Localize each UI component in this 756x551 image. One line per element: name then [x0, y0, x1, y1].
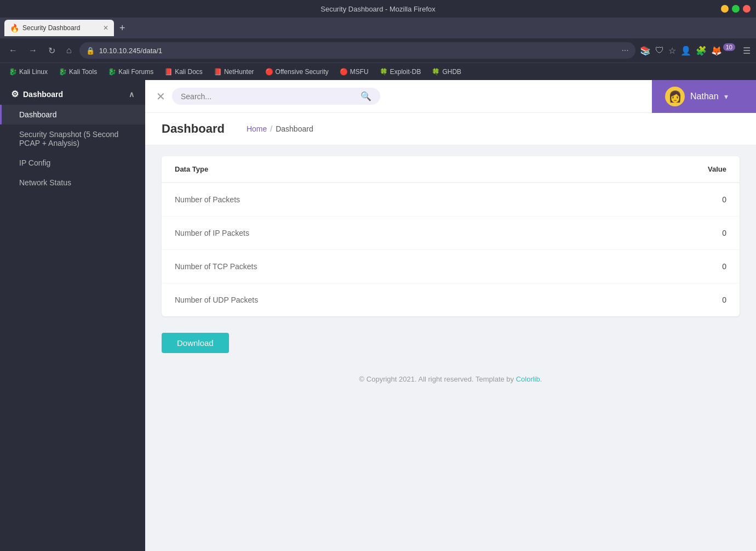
url-bar[interactable]: 🔒 10.10.10.245/data/1 ···	[79, 42, 635, 59]
tab-label: Security Dashboard	[22, 24, 80, 32]
star-icon[interactable]: ☆	[668, 46, 676, 56]
cell-label: Number of Packets	[162, 183, 572, 217]
bookmark-label: GHDB	[442, 68, 461, 76]
cell-value: 0	[572, 250, 740, 283]
bookmarks-bar: 🐉 Kali Linux 🐉 Kali Tools 🐉 Kali Forums …	[0, 63, 756, 80]
firefox-icon[interactable]: 🦊	[711, 46, 722, 56]
sidebar-item-network-status[interactable]: Network Status	[0, 173, 145, 192]
security-icon: 🔒	[86, 47, 95, 55]
top-search-bar: ✕ 🔍 👩 Nathan ▾	[145, 80, 756, 113]
user-name: Nathan	[690, 92, 719, 101]
sidebar-section-header: ⚙ Dashboard ∧	[0, 80, 145, 105]
bookmark-label: MSFU	[350, 68, 369, 76]
app-container: ⚙ Dashboard ∧ Dashboard Security Snapsho…	[0, 80, 756, 551]
page-body: Dashboard Home / Dashboard Data Type Val…	[145, 113, 756, 551]
close-button[interactable]	[743, 5, 751, 13]
cell-label: Number of TCP Packets	[162, 250, 572, 283]
user-area[interactable]: 👩 Nathan ▾	[652, 80, 756, 113]
nethunter-icon: 📕	[214, 68, 222, 76]
new-tab-button[interactable]: +	[116, 22, 129, 34]
address-bar-row: ← → ↻ ⌂ 🔒 10.10.10.245/data/1 ··· 📚 🛡 ☆ …	[0, 38, 756, 63]
data-card: Data Type Value Number of Packets 0 Numb…	[162, 156, 740, 316]
browser-titlebar: Security Dashboard - Mozilla Firefox	[0, 0, 756, 18]
exploit-db-icon: 🍀	[380, 68, 388, 76]
cell-value: 0	[572, 183, 740, 217]
download-button-wrap: Download	[145, 327, 756, 364]
search-input[interactable]	[181, 92, 356, 101]
pocket-icon[interactable]: 🛡	[655, 46, 664, 55]
bookmark-msfu[interactable]: 🔴 MSFU	[335, 67, 373, 77]
notification-badge: 10	[723, 43, 735, 51]
back-button[interactable]: ←	[5, 43, 21, 58]
breadcrumb-current: Dashboard	[276, 124, 313, 133]
breadcrumb-home[interactable]: Home	[247, 124, 267, 133]
active-tab[interactable]: 🔥 Security Dashboard ✕	[4, 20, 114, 36]
dashboard-icon: ⚙	[11, 89, 19, 99]
extensions-icon[interactable]: 🧩	[696, 46, 707, 56]
reload-button[interactable]: ↻	[45, 43, 59, 58]
breadcrumb-separator: /	[270, 124, 272, 133]
bookmark-label: NetHunter	[224, 68, 254, 76]
avatar-emoji: 👩	[668, 90, 682, 103]
bookmarks-icon[interactable]: 📚	[640, 46, 651, 56]
bookmark-exploit-db[interactable]: 🍀 Exploit-DB	[375, 67, 426, 77]
bookmark-kali-docs[interactable]: 📕 Kali Docs	[160, 67, 207, 77]
bookmark-label: Kali Docs	[175, 68, 203, 76]
offensive-security-icon: 🔴	[265, 68, 273, 76]
table-row: Number of IP Packets 0	[162, 217, 740, 250]
col-header-type: Data Type	[162, 156, 572, 183]
page-title: Dashboard	[162, 122, 225, 136]
data-table: Data Type Value Number of Packets 0 Numb…	[162, 156, 740, 316]
sidebar-item-label: Dashboard	[19, 110, 57, 119]
page-header: Dashboard Home / Dashboard	[145, 113, 756, 145]
colorlib-link[interactable]: Colorlib	[516, 375, 540, 383]
browser-tab-bar: 🔥 Security Dashboard ✕ +	[0, 18, 756, 38]
bookmark-label: Kali Linux	[19, 68, 48, 76]
col-header-value: Value	[572, 156, 740, 183]
browser-title: Security Dashboard - Mozilla Firefox	[320, 5, 436, 13]
bookmark-label: Offensive Security	[276, 68, 329, 76]
bookmark-label: Exploit-DB	[390, 68, 421, 76]
bookmark-nethunter[interactable]: 📕 NetHunter	[209, 67, 259, 77]
sidebar-item-ip-config[interactable]: IP Config	[0, 153, 145, 173]
search-icon: 🔍	[360, 91, 371, 101]
breadcrumb: Home / Dashboard	[247, 124, 313, 133]
download-button[interactable]: Download	[162, 333, 229, 353]
sidebar-item-dashboard[interactable]: Dashboard	[0, 105, 145, 124]
sidebar-item-label: IP Config	[19, 158, 50, 167]
kali-linux-icon: 🐉	[9, 68, 17, 76]
kali-forums-icon: 🐉	[108, 68, 116, 76]
kali-docs-icon: 📕	[164, 68, 173, 76]
toolbar-icons: 📚 🛡 ☆ 👤 🧩 🦊 10 ☰	[640, 46, 751, 56]
ghdb-icon: 🍀	[432, 68, 440, 76]
footer: © Copyright 2021. All right reserved. Te…	[145, 364, 756, 394]
cell-label: Number of IP Packets	[162, 217, 572, 250]
cell-value: 0	[572, 217, 740, 250]
msfu-icon: 🔴	[340, 68, 348, 76]
chevron-down-icon: ▾	[724, 92, 728, 101]
window-controls	[721, 5, 751, 13]
collapse-icon[interactable]: ∧	[129, 90, 134, 99]
cell-label: Number of UDP Packets	[162, 283, 572, 317]
minimize-button[interactable]	[721, 5, 729, 13]
table-row: Number of UDP Packets 0	[162, 283, 740, 317]
maximize-button[interactable]	[732, 5, 740, 13]
tab-close-icon[interactable]: ✕	[103, 24, 108, 32]
forward-button[interactable]: →	[25, 43, 41, 58]
search-input-wrap: 🔍	[172, 88, 380, 105]
sidebar-item-label: Network Status	[19, 178, 71, 187]
sidebar-item-security-snapshot[interactable]: Security Snapshot (5 Second PCAP + Analy…	[0, 124, 145, 153]
bookmark-ghdb[interactable]: 🍀 GHDB	[427, 67, 466, 77]
kali-tools-icon: 🐉	[59, 68, 67, 76]
home-button[interactable]: ⌂	[63, 43, 75, 58]
bookmark-kali-tools[interactable]: 🐉 Kali Tools	[54, 67, 101, 77]
bookmark-offensive-security[interactable]: 🔴 Offensive Security	[261, 67, 333, 77]
bookmark-kali-linux[interactable]: 🐉 Kali Linux	[4, 67, 52, 77]
more-options-icon[interactable]: ···	[621, 46, 628, 55]
profile-icon[interactable]: 👤	[680, 46, 691, 56]
search-close-button[interactable]: ✕	[156, 90, 165, 103]
footer-text: © Copyright 2021. All right reserved. Te…	[359, 375, 516, 383]
bookmark-kali-forums[interactable]: 🐉 Kali Forums	[104, 67, 158, 77]
menu-icon[interactable]: ☰	[743, 46, 751, 56]
cell-value: 0	[572, 283, 740, 317]
